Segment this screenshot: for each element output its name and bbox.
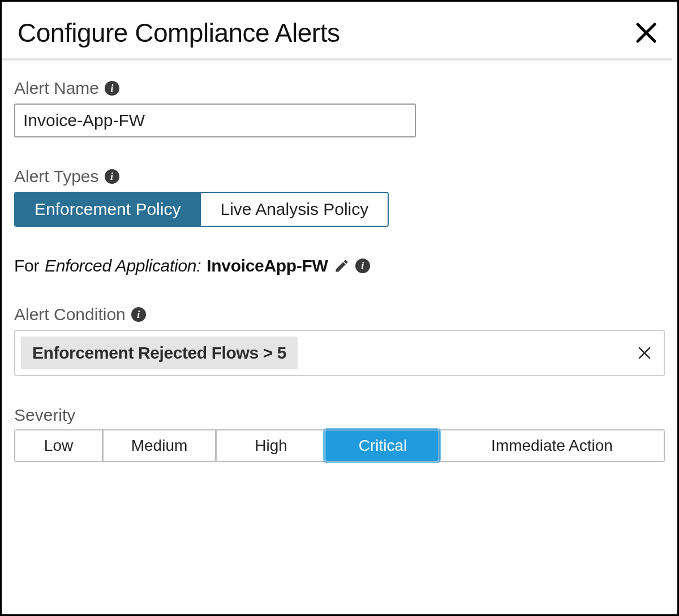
alert-types-section: Alert Types i Enforcement Policy Live An… [14, 167, 665, 227]
alert-type-live-analysis-policy[interactable]: Live Analysis Policy [200, 193, 388, 226]
info-icon[interactable]: i [131, 307, 146, 322]
close-icon [637, 345, 652, 361]
severity-low[interactable]: Low [15, 430, 102, 461]
alert-condition-chip[interactable]: Enforcement Rejected Flows > 5 [21, 337, 298, 369]
severity-immediate-action[interactable]: Immediate Action [439, 430, 664, 461]
alert-name-label-row: Alert Name i [14, 79, 665, 98]
alert-name-input[interactable] [14, 104, 416, 137]
dialog-title: Configure Compliance Alerts [18, 18, 340, 48]
info-icon[interactable]: i [105, 81, 119, 96]
dialog-body: Alert Name i Alert Types i Enforcement P… [2, 61, 677, 485]
enforced-application-section: For Enforced Application: InvoiceApp-FW … [14, 256, 665, 275]
severity-option-label: Immediate Action [491, 437, 613, 455]
info-icon[interactable]: i [355, 259, 370, 273]
alert-type-label: Live Analysis Policy [220, 200, 368, 219]
alert-condition-label: Alert Condition [14, 305, 126, 324]
enforced-application-line: For Enforced Application: InvoiceApp-FW … [14, 256, 665, 275]
enforced-application-value: InvoiceApp-FW [207, 256, 328, 275]
severity-section: Severity Low Medium High Critical Immedi… [14, 406, 665, 462]
close-icon [634, 21, 658, 45]
severity-high[interactable]: High [215, 430, 325, 461]
alert-condition-section: Alert Condition i Enforcement Rejected F… [14, 305, 665, 376]
edit-enforced-application-button[interactable] [334, 258, 350, 274]
close-button[interactable] [631, 18, 661, 48]
alert-types-label: Alert Types [14, 167, 99, 186]
alert-name-section: Alert Name i [14, 79, 665, 137]
enforced-label: Enforced Application: [45, 256, 201, 275]
remove-condition-button[interactable] [634, 343, 658, 363]
severity-medium[interactable]: Medium [102, 430, 215, 461]
severity-critical[interactable]: Critical [325, 430, 439, 461]
configure-compliance-alerts-dialog: Configure Compliance Alerts Alert Name i… [0, 0, 679, 616]
severity-option-label: Medium [131, 437, 188, 455]
severity-option-label: High [255, 437, 287, 455]
alert-name-label: Alert Name [14, 79, 99, 98]
alert-types-label-row: Alert Types i [14, 167, 665, 186]
dialog-header: Configure Compliance Alerts [2, 2, 677, 58]
info-icon[interactable]: i [105, 169, 119, 184]
enforced-prefix: For [14, 256, 39, 275]
severity-button-group: Low Medium High Critical Immediate Actio… [14, 429, 665, 462]
severity-option-label: Critical [359, 437, 407, 455]
severity-option-label: Low [44, 437, 73, 455]
alert-type-enforcement-policy[interactable]: Enforcement Policy [15, 193, 200, 226]
severity-label: Severity [14, 406, 665, 425]
alert-types-button-group: Enforcement Policy Live Analysis Policy [14, 192, 389, 227]
alert-condition-input[interactable]: Enforcement Rejected Flows > 5 [14, 330, 665, 376]
alert-type-label: Enforcement Policy [35, 200, 181, 219]
pencil-icon [334, 258, 350, 274]
alert-condition-label-row: Alert Condition i [14, 305, 665, 324]
